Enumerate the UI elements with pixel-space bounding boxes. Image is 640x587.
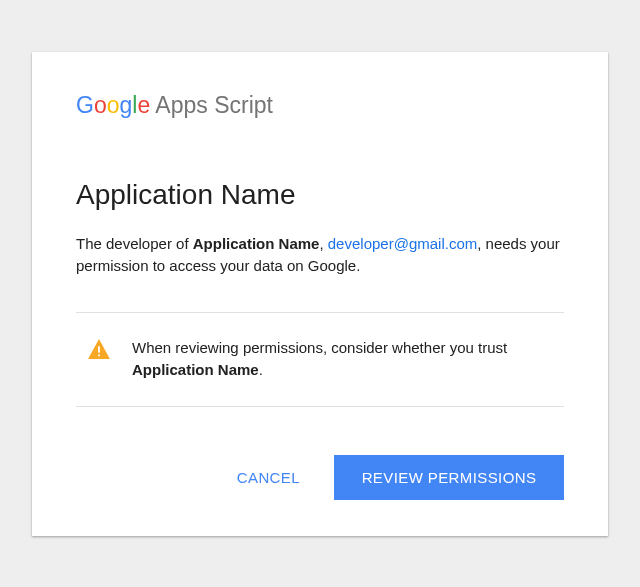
desc-app-name: Application Name (193, 235, 320, 252)
warning-text: When reviewing permissions, consider whe… (132, 337, 558, 382)
warning-icon (88, 339, 110, 363)
svg-rect-1 (98, 354, 100, 356)
review-permissions-button[interactable]: REVIEW PERMISSIONS (334, 455, 564, 500)
permission-dialog: Google Apps Script Application Name The … (32, 52, 608, 536)
brand-g: G (76, 92, 94, 118)
developer-email[interactable]: developer@gmail.com (328, 235, 477, 252)
desc-prefix: The developer of (76, 235, 193, 252)
cancel-button[interactable]: CANCEL (215, 455, 322, 500)
brand-g2: g (119, 92, 132, 118)
dialog-actions: CANCEL REVIEW PERMISSIONS (76, 455, 564, 500)
brand-o1: o (94, 92, 107, 118)
description-text: The developer of Application Name, devel… (76, 233, 564, 278)
warn-prefix: When reviewing permissions, consider whe… (132, 339, 507, 356)
warn-app-name: Application Name (132, 361, 259, 378)
warning-box: When reviewing permissions, consider whe… (76, 312, 564, 407)
warn-suffix: . (259, 361, 263, 378)
brand-rest: Apps Script (150, 92, 273, 118)
svg-rect-0 (98, 346, 100, 352)
desc-sep1: , (319, 235, 327, 252)
brand-title: Google Apps Script (76, 92, 564, 119)
brand-e: e (137, 92, 150, 118)
brand-o2: o (107, 92, 120, 118)
app-title: Application Name (76, 179, 564, 211)
